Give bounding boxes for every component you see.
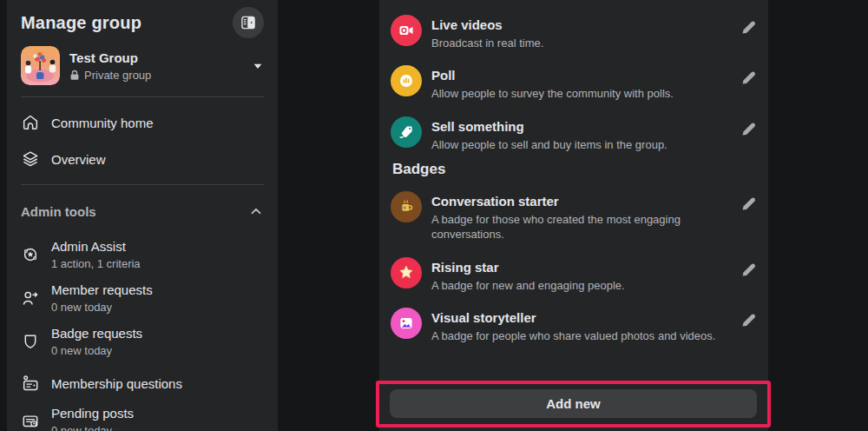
feature-title: Poll (431, 67, 674, 83)
sidebar-item-admin-assist[interactable]: Admin Assist 1 action, 1 criteria (14, 233, 271, 276)
lock-icon (69, 70, 80, 81)
coffee-mug-badge-icon (391, 191, 422, 222)
sidebar-item-member-requests[interactable]: Member requests 0 new today (14, 276, 271, 320)
chevron-down-icon (252, 60, 264, 72)
pencil-icon (739, 259, 760, 280)
divider (21, 96, 264, 97)
pencil-icon (739, 118, 760, 139)
sidebar-item-label: Admin Assist (51, 238, 141, 255)
edit-live-videos-button[interactable] (739, 17, 760, 37)
badge-description: A badge for new and engaging people. (431, 278, 625, 293)
price-tag-icon (391, 116, 422, 148)
photo-badge-icon (391, 308, 422, 339)
group-avatar (21, 46, 60, 85)
collapse-sidebar-button[interactable] (233, 7, 264, 38)
badge-title: Visual storyteller (431, 309, 715, 326)
edit-sell-something-button[interactable] (739, 118, 760, 139)
badge-title: Rising star (431, 259, 625, 275)
star-badge-icon (391, 257, 422, 288)
badge-description: A badge for people who share valued phot… (431, 328, 715, 343)
chevron-up-icon (248, 203, 264, 219)
edit-conversation-starter-button[interactable] (739, 193, 760, 214)
sidebar-item-label: Overview (51, 152, 106, 167)
pencil-icon (739, 309, 760, 330)
feature-description: Allow people to survey the community wit… (431, 86, 674, 101)
feature-description: Allow people to sell and buy items in th… (431, 137, 667, 152)
group-name: Test Group (69, 50, 151, 66)
sidebar-item-community-home[interactable]: Community home (14, 104, 271, 141)
badges-section-header: Badges (392, 161, 445, 178)
live-video-icon (391, 15, 422, 46)
sidebar-item-label: Membership questions (51, 375, 182, 392)
sidebar-item-pending-posts[interactable]: Pending posts 0 new today (14, 400, 271, 431)
manage-group-sidebar: Manage group (7, 0, 278, 431)
badge-description: A badge for those who created the most e… (431, 212, 718, 242)
badge-title: Conversation starter (431, 193, 718, 209)
admin-tools-title: Admin tools (21, 204, 96, 219)
sidebar-item-label: Member requests (51, 282, 153, 298)
post-clock-icon (21, 412, 40, 431)
home-icon (21, 113, 40, 132)
edit-poll-button[interactable] (739, 67, 760, 88)
badge-row-visual-storyteller: Visual storyteller A badge for people wh… (391, 308, 768, 343)
edit-visual-storyteller-button[interactable] (739, 309, 760, 330)
person-arrow-icon (21, 288, 40, 308)
sidebar-header: Manage group (14, 0, 271, 42)
badge-row-conversation-starter: Conversation starter A badge for those w… (391, 191, 768, 242)
sidebar-item-label: Community home (51, 116, 154, 130)
sidebar-item-label: Badge requests (51, 325, 142, 341)
badge-row-rising-star: Rising star A badge for new and engaging… (391, 257, 768, 293)
feature-title: Sell something (431, 118, 667, 135)
group-selector[interactable]: Test Group Private group (14, 42, 271, 90)
page-title: Manage group (21, 13, 141, 33)
person-card-icon (21, 374, 40, 393)
edit-rising-star-button[interactable] (739, 259, 760, 280)
sidebar-item-label: Pending posts (51, 405, 134, 421)
admin-tools-section-header[interactable]: Admin tools (14, 192, 271, 226)
sidebar-item-sublabel: 0 new today (51, 423, 134, 431)
add-new-button[interactable]: Add new (390, 389, 757, 418)
group-privacy: Private group (69, 69, 151, 82)
sidebar-item-sublabel: 1 action, 1 criteria (51, 256, 141, 271)
feature-row-poll: Poll Allow people to survey the communit… (391, 65, 768, 101)
feature-description: Broadcast in real time. (431, 36, 543, 50)
feature-row-sell-something: Sell something Allow people to sell and … (391, 116, 768, 152)
sidebar-collapse-icon (240, 14, 257, 31)
admin-assist-seal-icon (21, 245, 40, 264)
group-features-panel: Live videos Broadcast in real time. Poll… (379, 0, 768, 431)
sidebar-item-membership-questions[interactable]: Membership questions (14, 368, 271, 398)
divider (21, 184, 264, 185)
annotation-highlight-box: Add new (376, 381, 771, 428)
sidebar-item-sublabel: 0 new today (51, 343, 142, 358)
group-privacy-label: Private group (84, 69, 151, 82)
layers-icon (21, 149, 40, 169)
sidebar-item-overview[interactable]: Overview (14, 141, 271, 177)
pencil-icon (739, 67, 760, 88)
group-info: Test Group Private group (69, 50, 151, 82)
pencil-icon (739, 17, 760, 37)
sidebar-item-badge-requests[interactable]: Badge requests 0 new today (14, 320, 271, 363)
pencil-icon (739, 193, 760, 214)
sidebar-item-sublabel: 0 new today (51, 300, 153, 315)
feature-title: Live videos (431, 17, 543, 33)
shield-icon (21, 332, 40, 351)
feature-row-live-videos: Live videos Broadcast in real time. (391, 15, 768, 50)
poll-bars-icon (391, 65, 422, 96)
